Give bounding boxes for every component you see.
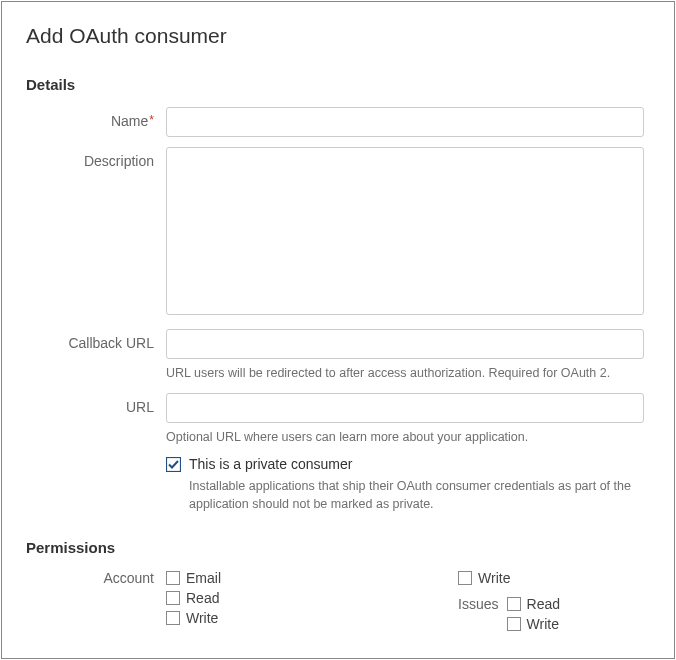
url-label: URL bbox=[26, 393, 166, 415]
name-label: Name* bbox=[26, 107, 166, 129]
private-consumer-checkbox[interactable] bbox=[166, 457, 181, 472]
account-group-label: Account bbox=[26, 570, 166, 586]
option-label: Read bbox=[186, 590, 219, 606]
svg-rect-6 bbox=[507, 618, 520, 631]
callback-label: Callback URL bbox=[26, 329, 166, 351]
url-input[interactable] bbox=[166, 393, 644, 423]
issues-read-option[interactable]: Read bbox=[507, 596, 560, 612]
page-title: Add OAuth consumer bbox=[26, 24, 650, 48]
svg-rect-4 bbox=[459, 572, 472, 585]
description-row: Description bbox=[26, 147, 650, 319]
checkbox-icon bbox=[507, 597, 521, 611]
account-options: Email Read Write bbox=[166, 570, 221, 632]
details-heading: Details bbox=[26, 76, 650, 93]
issues-group-label: Issues bbox=[458, 596, 498, 612]
issues-write-option[interactable]: Write bbox=[507, 616, 560, 632]
description-input[interactable] bbox=[166, 147, 644, 315]
private-consumer-help: Installable applications that ship their… bbox=[166, 478, 644, 513]
checkbox-icon bbox=[166, 611, 180, 625]
description-label: Description bbox=[26, 147, 166, 169]
option-label: Email bbox=[186, 570, 221, 586]
checkbox-icon bbox=[166, 571, 180, 585]
svg-rect-2 bbox=[167, 592, 180, 605]
option-label: Write bbox=[527, 616, 559, 632]
account-read-option[interactable]: Read bbox=[166, 590, 221, 606]
required-asterisk: * bbox=[149, 113, 154, 127]
col2-write-option[interactable]: Write bbox=[458, 570, 560, 586]
option-label: Read bbox=[527, 596, 560, 612]
svg-rect-3 bbox=[167, 612, 180, 625]
callback-url-input[interactable] bbox=[166, 329, 644, 359]
checkbox-icon bbox=[166, 591, 180, 605]
checkbox-icon bbox=[507, 617, 521, 631]
account-write-option[interactable]: Write bbox=[166, 610, 221, 626]
svg-rect-1 bbox=[167, 572, 180, 585]
account-email-option[interactable]: Email bbox=[166, 570, 221, 586]
permissions-heading: Permissions bbox=[26, 539, 650, 556]
option-label: Write bbox=[478, 570, 510, 586]
callback-help: URL users will be redirected to after ac… bbox=[166, 365, 644, 383]
permissions-row: Account Email Read Write bbox=[26, 570, 650, 632]
name-input[interactable] bbox=[166, 107, 644, 137]
checkbox-icon bbox=[458, 571, 472, 585]
issues-group: Issues Read Write bbox=[458, 596, 560, 632]
url-row: URL Optional URL where users can learn m… bbox=[26, 393, 650, 447]
url-help: Optional URL where users can learn more … bbox=[166, 429, 644, 447]
oauth-consumer-form: Add OAuth consumer Details Name* Descrip… bbox=[1, 1, 675, 659]
option-label: Write bbox=[186, 610, 218, 626]
private-consumer-label: This is a private consumer bbox=[189, 456, 352, 472]
callback-row: Callback URL URL users will be redirecte… bbox=[26, 329, 650, 383]
private-consumer-row: This is a private consumer Installable a… bbox=[26, 456, 650, 513]
name-row: Name* bbox=[26, 107, 650, 137]
svg-rect-5 bbox=[507, 598, 520, 611]
